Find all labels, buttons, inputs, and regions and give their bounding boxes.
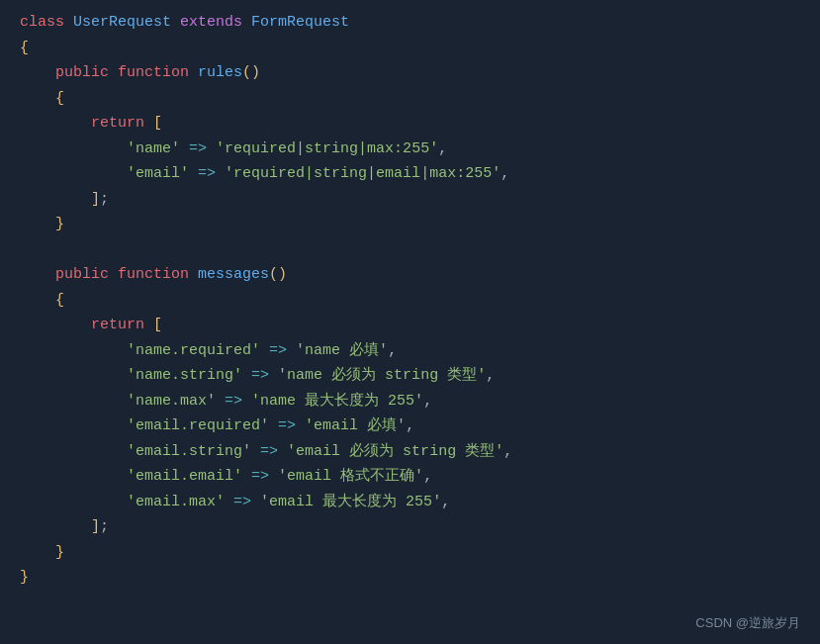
code-line: 'name.required' => 'name 必填',	[20, 338, 800, 364]
code-line: 'name' => 'required|string|max:255',	[20, 137, 800, 162]
code-line: return [	[20, 313, 800, 338]
code-line: }	[20, 212, 800, 237]
code-line: return [	[20, 111, 800, 137]
code-line: 'email.max' => 'email 最大长度为 255',	[20, 490, 800, 515]
code-line-empty	[20, 237, 800, 263]
code-line: 'email.required' => 'email 必填',	[20, 414, 800, 439]
code-line: ];	[20, 187, 800, 213]
code-line: public function rules()	[20, 60, 800, 86]
watermark: CSDN @逆旅岁月	[695, 614, 800, 632]
code-line: ];	[20, 514, 800, 540]
code-line: 'name.max' => 'name 最大长度为 255',	[20, 389, 800, 414]
code-line: 'name.string' => 'name 必须为 string 类型',	[20, 363, 800, 389]
code-line: }	[20, 565, 800, 591]
code-line: {	[20, 86, 800, 112]
code-container: class UserRequest extends FormRequest { …	[0, 0, 820, 644]
code-line: {	[20, 288, 800, 314]
code-block: class UserRequest extends FormRequest { …	[0, 10, 820, 591]
code-line: 'email' => 'required|string|email|max:25…	[20, 161, 800, 187]
code-line: {	[20, 36, 800, 61]
code-line: 'email.email' => 'email 格式不正确',	[20, 464, 800, 490]
code-line: class UserRequest extends FormRequest	[20, 10, 800, 36]
code-line: }	[20, 540, 800, 566]
code-line: 'email.string' => 'email 必须为 string 类型',	[20, 439, 800, 465]
code-line: public function messages()	[20, 262, 800, 288]
